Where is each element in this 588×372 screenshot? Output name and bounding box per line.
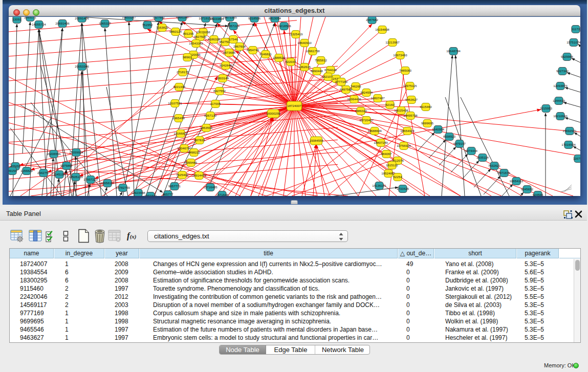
svg-text:98961: 98961	[183, 55, 192, 59]
svg-text:2935114: 2935114	[476, 156, 489, 159]
svg-text:984067: 984067	[381, 152, 392, 156]
svg-text:19384554: 19384554	[309, 139, 323, 142]
svg-text:9975867: 9975867	[60, 164, 73, 167]
svg-text:8813054: 8813054	[269, 17, 281, 20]
svg-text:15720407: 15720407	[359, 118, 374, 122]
svg-text:14136141: 14136141	[372, 184, 386, 187]
svg-text:62160: 62160	[385, 103, 395, 106]
svg-text:10025438: 10025438	[394, 108, 408, 112]
svg-text:16782759: 16782759	[116, 186, 130, 189]
svg-text:1221338: 1221338	[173, 85, 186, 89]
svg-text:17546: 17546	[229, 37, 238, 41]
svg-text:12213967: 12213967	[385, 40, 400, 44]
svg-text:965777: 965777	[163, 192, 173, 196]
svg-text:9860124: 9860124	[169, 30, 182, 33]
svg-text:12093873: 12093873	[553, 84, 568, 87]
svg-text:16033809: 16033809	[210, 17, 224, 20]
svg-text:2718176: 2718176	[177, 70, 189, 74]
svg-text:9657771: 9657771	[168, 184, 181, 188]
svg-text:1527602: 1527602	[153, 17, 165, 19]
svg-text:116753: 116753	[573, 157, 580, 160]
svg-text:10654112: 10654112	[509, 179, 524, 183]
svg-text:15716485: 15716485	[203, 185, 217, 189]
svg-text:9115460: 9115460	[420, 105, 432, 108]
svg-text:16914479: 16914479	[192, 173, 206, 177]
svg-text:20053346: 20053346	[75, 64, 89, 68]
svg-text:19495798: 19495798	[403, 114, 418, 117]
svg-text:1292344: 1292344	[144, 194, 157, 196]
svg-text:19166827: 19166827	[173, 132, 188, 135]
svg-text:1588520: 1588520	[273, 56, 286, 59]
svg-text:16543342: 16543342	[189, 41, 203, 45]
svg-text:9827500: 9827500	[194, 35, 207, 38]
svg-text:16671355: 16671355	[223, 17, 237, 19]
svg-text:10958117: 10958117	[100, 181, 115, 185]
svg-text:19218506: 19218506	[277, 24, 291, 28]
svg-text:1640954: 1640954	[432, 127, 445, 131]
svg-text:15692971: 15692971	[562, 129, 577, 133]
svg-text:10688609: 10688609	[367, 129, 382, 133]
svg-text:6099489: 6099489	[185, 161, 198, 164]
svg-text:6879197: 6879197	[453, 142, 466, 145]
svg-text:10046786: 10046786	[177, 146, 191, 150]
svg-text:12923448: 12923448	[131, 191, 145, 194]
svg-text:6497568: 6497568	[340, 87, 353, 91]
svg-text:2942757: 2942757	[37, 171, 50, 174]
svg-text:1353594: 1353594	[200, 126, 213, 129]
svg-text:1571648: 1571648	[216, 193, 229, 196]
svg-text:10653267: 10653267	[122, 17, 136, 19]
svg-text:1733426: 1733426	[397, 187, 409, 190]
svg-text:7163822: 7163822	[156, 26, 169, 29]
svg-text:891295: 891295	[183, 32, 194, 35]
svg-text:1065327: 1065327	[99, 21, 112, 25]
svg-text:3673685: 3673685	[223, 51, 236, 54]
svg-text:9463627: 9463627	[405, 98, 418, 101]
svg-text:3824554: 3824554	[360, 91, 373, 94]
svg-text:17016504: 17016504	[561, 143, 576, 146]
svg-text:9245652: 9245652	[521, 187, 534, 191]
svg-text:3215953: 3215953	[540, 106, 553, 110]
svg-text:8186328: 8186328	[208, 37, 221, 41]
svg-text:7625402: 7625402	[176, 173, 189, 177]
svg-text:10807487: 10807487	[371, 96, 385, 100]
svg-text:16648784: 16648784	[446, 49, 461, 53]
svg-text:751552: 751552	[142, 23, 153, 27]
svg-text:9699695: 9699695	[421, 121, 434, 125]
svg-text:10961758: 10961758	[306, 49, 320, 53]
svg-text:12505135: 12505135	[69, 175, 83, 179]
svg-text:6794028: 6794028	[324, 68, 337, 72]
svg-text:9227342: 9227342	[556, 69, 569, 73]
svg-text:822037: 822037	[286, 60, 296, 63]
svg-text:7485083: 7485083	[399, 69, 412, 72]
svg-text:8427552: 8427552	[213, 89, 226, 93]
svg-text:10756928: 10756928	[397, 144, 411, 147]
svg-text:6990448: 6990448	[311, 69, 323, 73]
svg-text:2867608: 2867608	[233, 45, 246, 48]
svg-text:39154: 39154	[9, 169, 17, 172]
svg-text:52254: 52254	[393, 175, 402, 179]
svg-text:13091: 13091	[12, 17, 21, 21]
svg-text:10973493: 10973493	[393, 53, 407, 57]
svg-text:2803144: 2803144	[216, 76, 229, 80]
svg-text:16210643: 16210643	[553, 114, 568, 118]
svg-text:1615132: 1615132	[386, 163, 399, 167]
svg-text:924565: 924565	[533, 193, 543, 196]
svg-text:18300295: 18300295	[266, 112, 280, 115]
svg-text:16154838: 16154838	[375, 28, 389, 31]
svg-text:7955812: 7955812	[315, 58, 328, 62]
svg-text:17359924: 17359924	[69, 150, 83, 154]
svg-text:7357224: 7357224	[227, 24, 240, 28]
svg-text:11173: 11173	[572, 27, 580, 31]
svg-text:9218506: 9218506	[248, 17, 261, 20]
svg-text:6966160: 6966160	[176, 17, 189, 19]
svg-text:1156829: 1156829	[20, 169, 33, 172]
svg-text:9329966: 9329966	[561, 55, 574, 58]
svg-text:8267130: 8267130	[204, 114, 217, 117]
svg-text:887833: 887833	[194, 138, 205, 142]
svg-text:8938923: 8938923	[443, 135, 456, 138]
svg-text:20206556: 20206556	[47, 152, 61, 156]
svg-text:1244419: 1244419	[553, 99, 565, 102]
svg-text:17957223: 17957223	[83, 178, 98, 181]
svg-text:20691406: 20691406	[55, 21, 70, 25]
svg-text:9777169: 9777169	[335, 80, 348, 83]
